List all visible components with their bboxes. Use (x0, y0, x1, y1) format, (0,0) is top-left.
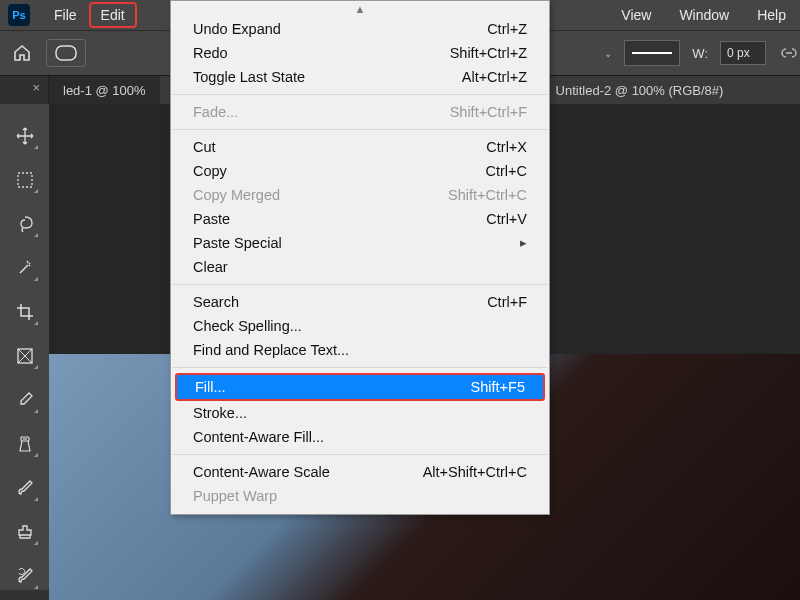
edit-menu-dropdown: ▲ Undo ExpandCtrl+Z RedoShift+Ctrl+Z Tog… (170, 0, 550, 515)
menu-copy-merged: Copy MergedShift+Ctrl+C (171, 183, 549, 207)
width-input[interactable]: 0 px (720, 41, 766, 65)
menu-paste[interactable]: PasteCtrl+V (171, 207, 549, 231)
tab-panel-handle[interactable]: × (0, 76, 49, 104)
brush-tool[interactable] (11, 474, 39, 502)
marquee-tool[interactable] (11, 166, 39, 194)
menu-content-aware-fill[interactable]: Content-Aware Fill... (171, 425, 549, 449)
menu-stroke[interactable]: Stroke... (171, 401, 549, 425)
menu-content-aware-scale[interactable]: Content-Aware ScaleAlt+Shift+Ctrl+C (171, 460, 549, 484)
history-brush-tool[interactable] (11, 562, 39, 590)
shape-dropdown[interactable] (46, 39, 86, 67)
menu-help[interactable]: Help (743, 2, 800, 28)
close-icon[interactable]: × (32, 80, 40, 95)
stroke-style[interactable] (624, 40, 680, 66)
svg-rect-0 (56, 46, 76, 60)
menu-file[interactable]: File (42, 2, 89, 28)
menu-edit[interactable]: Edit (89, 2, 137, 28)
menu-cut[interactable]: CutCtrl+X (171, 135, 549, 159)
magic-wand-tool[interactable] (11, 254, 39, 282)
home-icon[interactable] (10, 41, 34, 65)
menu-check-spelling[interactable]: Check Spelling... (171, 314, 549, 338)
menu-undo[interactable]: Undo ExpandCtrl+Z (171, 17, 549, 41)
menu-search[interactable]: SearchCtrl+F (171, 290, 549, 314)
crop-tool[interactable] (11, 298, 39, 326)
lasso-tool[interactable] (11, 210, 39, 238)
clone-stamp-tool[interactable] (11, 518, 39, 546)
document-tab-1[interactable]: led-1 @ 100% (49, 76, 160, 104)
link-icon[interactable] (778, 42, 800, 64)
menu-fill[interactable]: Fill...Shift+F5 (175, 373, 545, 401)
svg-rect-3 (21, 437, 29, 441)
tools-panel (0, 104, 49, 590)
frame-tool[interactable] (11, 342, 39, 370)
menu-view[interactable]: View (607, 2, 665, 28)
app-logo: Ps (8, 4, 30, 26)
width-label: W: (692, 46, 708, 61)
menu-paste-special[interactable]: Paste Special (171, 231, 549, 255)
healing-brush-tool[interactable] (11, 430, 39, 458)
scroll-up-arrow[interactable]: ▲ (171, 1, 549, 17)
move-tool[interactable] (11, 122, 39, 150)
menu-copy[interactable]: CopyCtrl+C (171, 159, 549, 183)
menu-toggle-last-state[interactable]: Toggle Last StateAlt+Ctrl+Z (171, 65, 549, 89)
menu-clear[interactable]: Clear (171, 255, 549, 279)
svg-rect-1 (18, 173, 32, 187)
menu-find-replace[interactable]: Find and Replace Text... (171, 338, 549, 362)
stroke-dropdown-arrow[interactable]: ⌄ (604, 48, 612, 59)
document-tab-2[interactable]: Untitled-2 @ 100% (RGB/8#) (540, 76, 740, 104)
menu-window[interactable]: Window (665, 2, 743, 28)
menu-redo[interactable]: RedoShift+Ctrl+Z (171, 41, 549, 65)
menu-puppet-warp: Puppet Warp (171, 484, 549, 508)
menu-fade: Fade...Shift+Ctrl+F (171, 100, 549, 124)
eyedropper-tool[interactable] (11, 386, 39, 414)
